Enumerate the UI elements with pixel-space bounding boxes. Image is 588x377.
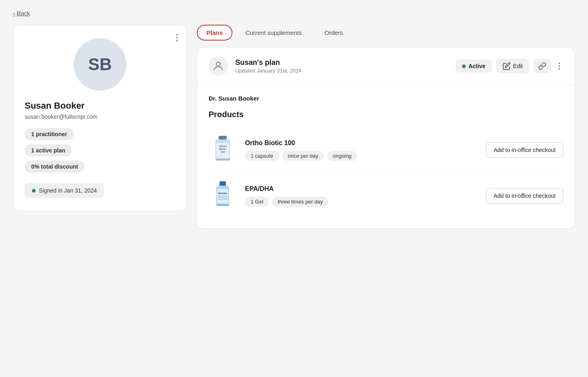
plan-card: Susan's plan Updated January 31st, 2024 … bbox=[197, 47, 575, 229]
svg-text:EPA/DHA: EPA/DHA bbox=[218, 192, 228, 195]
avatar: SB bbox=[74, 38, 126, 91]
product-item: EPA/DHA EPA/DHA 1 Gel bbox=[209, 173, 563, 218]
status-label: Active bbox=[469, 63, 486, 69]
more-options-button[interactable] bbox=[555, 61, 563, 71]
svg-rect-8 bbox=[219, 181, 226, 186]
active-dot bbox=[462, 64, 466, 68]
product-tag: three times per day bbox=[272, 197, 328, 207]
back-label: Back bbox=[17, 10, 30, 17]
svg-text:BIOTIC: BIOTIC bbox=[219, 148, 226, 150]
patient-profile-card: SB Susan Booker susan.booker@fullscript.… bbox=[13, 25, 187, 211]
product-item: ORTHO BIOTIC 100 Ortho Biotic 100 1 caps… bbox=[209, 127, 563, 173]
product-tags-ortho: 1 capsule once per day ongoing bbox=[245, 151, 478, 161]
svg-rect-1 bbox=[219, 136, 227, 140]
product-tag: 1 Gel bbox=[245, 197, 269, 207]
edit-label: Edit bbox=[513, 63, 523, 69]
signed-in-label: Signed in Jan 31, 2024 bbox=[39, 187, 97, 194]
svg-rect-7 bbox=[215, 159, 230, 161]
svg-rect-15 bbox=[216, 204, 229, 206]
add-to-checkout-button-epadha[interactable]: Add to in-office checkout bbox=[486, 188, 563, 203]
plan-icon bbox=[209, 56, 228, 76]
discount-badge: 0% total discount bbox=[25, 161, 85, 173]
svg-point-0 bbox=[216, 62, 220, 66]
edit-icon bbox=[503, 62, 511, 70]
signed-in-status: Signed in Jan 31, 2024 bbox=[25, 183, 104, 198]
product-tag: ongoing bbox=[327, 151, 357, 161]
back-arrow: ‹ bbox=[13, 10, 15, 17]
ortho-biotic-image: ORTHO BIOTIC 100 bbox=[211, 134, 235, 166]
plan-header: Susan's plan Updated January 31st, 2024 … bbox=[197, 47, 575, 85]
edit-button[interactable]: Edit bbox=[496, 59, 529, 73]
svg-text:ORTHO: ORTHO bbox=[219, 145, 226, 148]
practitioner-badge: 1 practitioner bbox=[25, 128, 74, 140]
svg-rect-12 bbox=[218, 196, 228, 197]
plan-info: Susan's plan Updated January 31st, 2024 bbox=[235, 58, 448, 74]
svg-rect-14 bbox=[218, 199, 228, 200]
plan-actions: Active Edit bbox=[456, 59, 563, 73]
svg-text:100: 100 bbox=[221, 151, 225, 153]
doctor-name: Dr. Susan Booker bbox=[209, 95, 563, 102]
status-badge: Active bbox=[456, 60, 492, 73]
product-details-ortho: Ortho Biotic 100 1 capsule once per day … bbox=[245, 139, 478, 161]
svg-rect-13 bbox=[218, 197, 228, 198]
tab-orders[interactable]: Orders bbox=[315, 25, 353, 41]
epadha-image: EPA/DHA bbox=[211, 180, 235, 212]
plan-updated: Updated January 31st, 2024 bbox=[235, 68, 448, 74]
product-tag: once per day bbox=[282, 151, 324, 161]
profile-menu-dots[interactable] bbox=[176, 34, 178, 41]
active-plan-badge: 1 active plan bbox=[25, 144, 72, 156]
link-button[interactable] bbox=[533, 59, 551, 73]
tabs-bar: Plans Current supplements Orders bbox=[197, 25, 575, 41]
product-name-epadha: EPA/DHA bbox=[245, 185, 478, 193]
right-panel: Plans Current supplements Orders bbox=[197, 25, 575, 229]
plan-body: Dr. Susan Booker Products bbox=[197, 85, 575, 228]
link-icon bbox=[538, 62, 546, 70]
back-link[interactable]: ‹ Back bbox=[13, 10, 30, 17]
product-name-ortho: Ortho Biotic 100 bbox=[245, 139, 478, 147]
tab-plans[interactable]: Plans bbox=[197, 25, 232, 41]
product-tags-epadha: 1 Gel three times per day bbox=[245, 197, 478, 207]
person-icon bbox=[212, 60, 224, 72]
patient-name: Susan Booker bbox=[25, 101, 85, 111]
product-image-epadha: EPA/DHA bbox=[209, 180, 237, 212]
plan-name: Susan's plan bbox=[235, 58, 448, 67]
patient-email: susan.booker@fullscript.com bbox=[25, 114, 98, 120]
online-indicator bbox=[32, 189, 36, 193]
product-tag: 1 capsule bbox=[245, 151, 279, 161]
product-image-ortho: ORTHO BIOTIC 100 bbox=[209, 134, 237, 166]
products-heading: Products bbox=[209, 110, 563, 119]
product-details-epadha: EPA/DHA 1 Gel three times per day bbox=[245, 185, 478, 207]
tab-current-supplements[interactable]: Current supplements bbox=[236, 25, 311, 41]
add-to-checkout-button-ortho[interactable]: Add to in-office checkout bbox=[486, 142, 563, 158]
